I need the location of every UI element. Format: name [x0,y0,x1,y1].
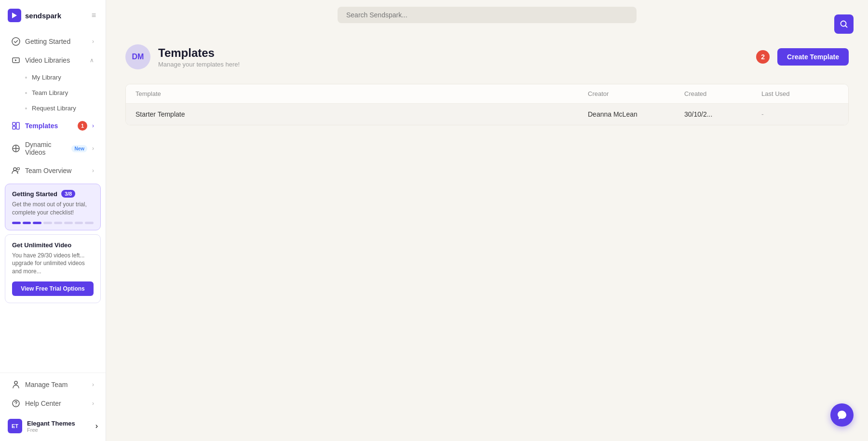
request-library-label: Request Library [32,105,76,112]
search-input[interactable] [338,7,637,23]
logo-icon [8,9,21,22]
col-creator: Creator [588,90,684,97]
svg-rect-5 [16,122,19,129]
cell-creator: Deanna McLean [588,110,684,118]
gs-card-header: Getting Started 3/8 [12,190,94,198]
col-last-used: Last Used [761,90,839,97]
svg-rect-4 [13,126,15,129]
logo-text: sendspark [25,12,61,20]
page-header-left: DM Templates Manage your templates here! [125,44,240,69]
manage-team-label: Manage Team [25,381,87,388]
help-center-icon [12,399,20,408]
svg-point-11 [15,405,16,405]
cell-last-used: - [761,110,839,118]
svg-point-8 [17,168,20,170]
team-icon [12,166,20,175]
sidebar-item-help-center[interactable]: Help Center › [4,394,102,413]
collapse-button[interactable]: ≡ [90,9,98,22]
sidebar-item-getting-started[interactable]: Getting Started › [4,32,102,51]
sidebar-item-dynamic-videos[interactable]: Dynamic Videos New › [4,136,102,161]
cell-created: 30/10/2... [684,110,761,118]
page-content: DM Templates Manage your templates here!… [106,30,868,441]
main-content: DM Templates Manage your templates here!… [106,0,868,441]
topbar [106,0,868,30]
page-header-right: 2 Create Template [756,48,849,66]
sidebar-item-templates[interactable]: Templates 1 › [4,116,102,135]
help-center-arrow: › [92,400,94,407]
page-subtitle: Manage your templates here! [158,61,240,68]
create-template-button[interactable]: Create Template [777,48,849,66]
logo[interactable]: sendspark [8,9,61,22]
sidebar-item-team-library[interactable]: Team Library [4,85,102,100]
sidebar-header: sendspark ≡ [0,0,106,30]
dot-4 [43,222,52,224]
templates-badge: 1 [78,121,87,131]
gs-progress-badge: 3/8 [61,190,75,198]
table-row[interactable]: Starter Template Deanna McLean 30/10/2..… [126,104,848,125]
dynamic-videos-label: Dynamic Videos [25,141,67,156]
cell-template-name: Starter Template [136,110,588,118]
svg-rect-3 [13,122,15,125]
dynamic-videos-new-badge: New [71,145,87,152]
sidebar-item-request-library[interactable]: Request Library [4,101,102,116]
svg-point-12 [841,21,846,27]
getting-started-card: Getting Started 3/8 Get the most out of … [5,184,101,230]
dot-7 [75,222,83,224]
user-account-item[interactable]: ET Elegant Themes Free › [0,413,106,439]
sidebar-bottom: Manage Team › Help Center › ET Elegant T… [0,373,106,441]
getting-started-arrow: › [92,38,94,45]
manage-team-arrow: › [92,381,94,388]
svg-point-7 [14,168,16,171]
dot-8 [85,222,94,224]
sidebar-item-manage-team[interactable]: Manage Team › [4,375,102,394]
upgrade-card-desc: You have 29/30 videos left... upgrade fo… [12,252,94,276]
my-library-label: My Library [32,74,61,81]
page-avatar: DM [125,44,150,69]
page-header: DM Templates Manage your templates here!… [125,44,849,69]
team-overview-label: Team Overview [25,167,87,174]
view-trial-options-button[interactable]: View Free Trial Options [12,281,94,296]
sidebar: sendspark ≡ Getting Started › V [0,0,106,441]
templates-label: Templates [25,122,73,130]
sidebar-item-my-library[interactable]: My Library [4,70,102,85]
sidebar-nav: Getting Started › Video Libraries ∧ My L… [0,30,106,373]
video-library-icon [12,56,20,65]
progress-dots [12,222,94,224]
col-template: Template [136,90,588,97]
user-info: Elegant Themes Free [27,420,91,433]
template-icon [12,121,20,130]
getting-started-label: Getting Started [25,38,87,45]
sidebar-item-video-libraries[interactable]: Video Libraries ∧ [4,51,102,69]
sidebar-item-team-overview[interactable]: Team Overview › [4,161,102,180]
user-avatar: ET [8,419,22,433]
templates-arrow: › [92,122,94,129]
upgrade-card: Get Unlimited Video You have 29/30 video… [5,234,101,303]
dot-2 [23,222,31,224]
gs-card-desc: Get the most out of your trial, complete… [12,200,94,217]
video-libraries-arrow: ∧ [90,57,94,64]
page-title: Templates [158,46,240,60]
templates-table: Template Creator Created Last Used Start… [125,84,849,125]
upgrade-card-title: Get Unlimited Video [12,241,94,249]
svg-marker-0 [12,13,17,18]
page-title-area: Templates Manage your templates here! [158,46,240,68]
team-library-label: Team Library [32,89,68,96]
dynamic-videos-arrow: › [92,145,94,152]
dot-5 [54,222,63,224]
dynamic-icon [12,144,20,153]
floating-search-button[interactable] [834,14,854,34]
chat-button[interactable] [830,403,854,427]
manage-team-icon [12,380,20,389]
dot-6 [64,222,73,224]
svg-point-1 [12,38,20,45]
check-circle-icon [12,37,20,46]
step-2-badge: 2 [756,50,770,64]
help-center-label: Help Center [25,400,87,407]
gs-card-title: Getting Started [12,190,57,198]
table-header: Template Creator Created Last Used [126,84,848,104]
col-created: Created [684,90,761,97]
team-overview-arrow: › [92,167,94,174]
video-libraries-label: Video Libraries [25,56,85,64]
user-name: Elegant Themes [27,420,91,427]
dot-1 [12,222,21,224]
